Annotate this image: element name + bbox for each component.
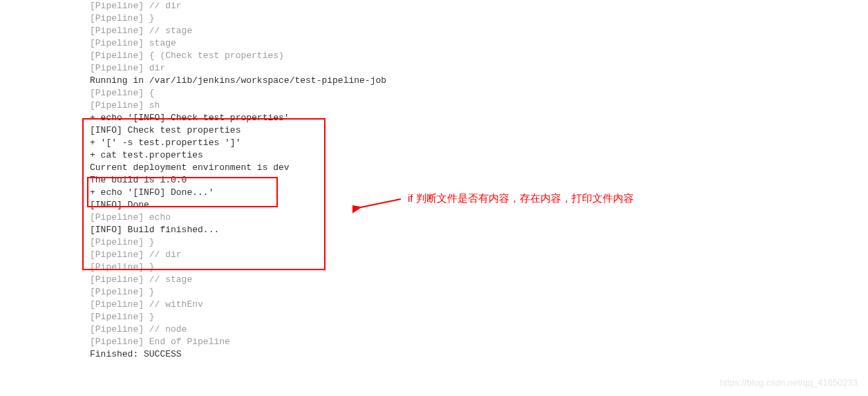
console-line: Running in /var/lib/jenkins/workspace/te… xyxy=(90,75,386,87)
console-line: [INFO] Check test properties xyxy=(90,124,386,137)
console-output: [Pipeline] // dir[Pipeline] }[Pipeline] … xyxy=(90,0,386,361)
console-line: [Pipeline] } xyxy=(90,311,386,323)
console-line: + cat test.properties xyxy=(90,149,386,162)
console-line: The build is 1.0.0 xyxy=(90,174,386,187)
console-line: [Pipeline] End of Pipeline xyxy=(90,336,386,348)
console-line: [Pipeline] sh xyxy=(90,100,386,112)
watermark-text: https://blog.csdn.net/qq_41650233 xyxy=(720,377,858,388)
console-line: [Pipeline] { xyxy=(90,87,386,100)
console-line: [Pipeline] // stage xyxy=(90,274,386,286)
console-line: [Pipeline] // dir xyxy=(90,0,386,12)
console-line: [Pipeline] // withEnv xyxy=(90,299,386,311)
console-line: [Pipeline] // dir xyxy=(90,249,386,261)
console-line: + '[' -s test.properties ']' xyxy=(90,137,386,149)
console-line: [Pipeline] dir xyxy=(90,62,386,75)
console-line: [INFO] Build finished... xyxy=(90,224,386,236)
console-line: [INFO] Done... xyxy=(90,199,386,211)
console-line: [Pipeline] } xyxy=(90,261,386,274)
console-line: [Pipeline] } xyxy=(90,236,386,249)
console-line: [Pipeline] } xyxy=(90,12,386,25)
console-line: [Pipeline] echo xyxy=(90,211,386,224)
console-line: [Pipeline] stage xyxy=(90,37,386,50)
console-line: Finished: SUCCESS xyxy=(90,348,386,361)
console-line: Current deployment environment is dev xyxy=(90,162,386,174)
console-line: + echo '[INFO] Check test properties' xyxy=(90,112,386,124)
console-line: [Pipeline] // node xyxy=(90,323,386,336)
console-line: + echo '[INFO] Done...' xyxy=(90,187,386,199)
annotation-text: if 判断文件是否有内容，存在内容，打印文件内容 xyxy=(408,192,634,205)
console-line: [Pipeline] } xyxy=(90,286,386,299)
console-line: [Pipeline] { (Check test properties) xyxy=(90,50,386,62)
console-line: [Pipeline] // stage xyxy=(90,25,386,37)
